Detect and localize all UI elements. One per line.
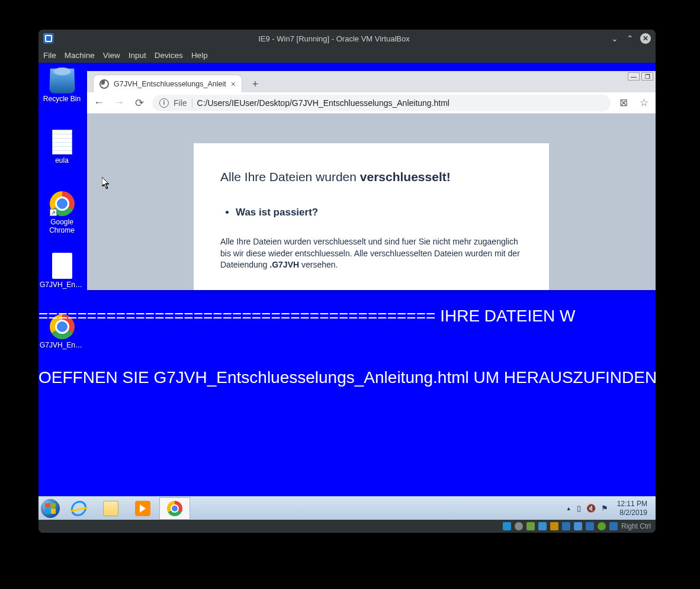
action-center-icon[interactable]: ⚑: [601, 504, 608, 513]
menu-machine[interactable]: Machine: [65, 51, 95, 60]
tab-title: G7JVH_Entschluesselungs_Anleit: [114, 80, 226, 88]
recycle-bin-icon: [49, 69, 75, 94]
taskbar-app-ie[interactable]: [63, 497, 94, 520]
address-separator: [192, 98, 192, 108]
desktop-icon-label: G7JVH_Ents…: [40, 281, 84, 289]
address-bar[interactable]: i File C:/Users/IEUser/Desktop/G7JVH_Ent…: [152, 95, 611, 111]
note-question: Was ist passiert?: [236, 207, 522, 218]
chrome-toolbar: ← → ⟳ i File C:/Users/IEUser/Desktop/G7J…: [87, 92, 656, 114]
status-display-icon[interactable]: [562, 522, 570, 530]
bookmark-star-icon[interactable]: ☆: [637, 96, 651, 109]
window-title: IE9 - Win7 [Running] - Oracle VM Virtual…: [59, 34, 609, 43]
desktop-icon-google-chrome[interactable]: ↗Google Chrome: [40, 191, 84, 234]
status-usb-icon[interactable]: [538, 522, 547, 530]
battery-icon[interactable]: ▯: [577, 504, 581, 513]
note-heading: Alle Ihre Dateien wurden verschluesselt!: [220, 170, 522, 184]
minimize-button[interactable]: ⌄: [609, 33, 620, 44]
wmp-icon: [135, 501, 150, 516]
desktop-icon-recycle-bin[interactable]: Recycle Bin: [40, 68, 84, 103]
tab-close-icon[interactable]: ×: [231, 79, 236, 89]
close-button[interactable]: ✕: [640, 33, 651, 44]
file-explorer-icon: [103, 501, 118, 516]
vbox-statusbar: Right Ctrl: [38, 520, 656, 533]
address-url: C:/Users/IEUser/Desktop/G7JVH_Entschlues…: [197, 98, 449, 108]
wallpaper-text-line2: OEFFNEN SIE G7JVH_Entschluesselungs_Anle…: [38, 368, 656, 387]
status-cpu-icon[interactable]: [598, 522, 606, 530]
taskbar: ▲ ▯ 🔇 ⚑ 12:11 PM 8/2/2019: [38, 496, 656, 520]
menubar: File Machine View Input Devices Help: [38, 47, 656, 63]
google-chrome-icon: ↗: [50, 191, 75, 216]
volume-icon[interactable]: 🔇: [586, 504, 596, 513]
status-vrde-icon[interactable]: [586, 522, 594, 530]
back-button[interactable]: ←: [92, 96, 106, 109]
titlebar[interactable]: IE9 - Win7 [Running] - Oracle VM Virtual…: [38, 30, 656, 47]
desktop-icon-g7jvh-file[interactable]: G7JVH_Ents…: [40, 253, 84, 289]
wallpaper-text-line1: ========================================…: [38, 307, 656, 326]
site-info-icon[interactable]: i: [159, 98, 169, 108]
taskbar-app-chrome[interactable]: [159, 497, 190, 520]
desktop-icon-label: Recycle Bin: [40, 95, 84, 103]
forward-button[interactable]: →: [112, 96, 126, 109]
ransom-note-card: Alle Ihre Dateien wurden verschluesselt!…: [194, 143, 549, 290]
note-paragraph: Alle Ihre Dateien wurden verschluesselt …: [220, 236, 522, 271]
chrome-tabstrip: G7JVH_Entschluesselungs_Anleit × + — ❐: [87, 71, 656, 92]
page-content: Alle Ihre Dateien wurden verschluesselt!…: [87, 114, 656, 290]
desktop-icon-label: G7JVH_Ents…: [40, 341, 84, 349]
menu-help[interactable]: Help: [191, 51, 208, 60]
desktop-icon-label: Google Chrome: [40, 218, 84, 234]
taskbar-clock[interactable]: 12:11 PM 8/2/2019: [614, 500, 651, 517]
chrome-icon: [167, 501, 182, 516]
guest-desktop[interactable]: Recycle Bineula↗Google ChromeG7JVH_Ents……: [38, 63, 656, 520]
address-scheme: File: [174, 98, 187, 108]
tray-overflow-icon[interactable]: ▲: [566, 506, 571, 511]
virtualbox-window: IE9 - Win7 [Running] - Oracle VM Virtual…: [38, 30, 656, 533]
system-tray: ▲ ▯ 🔇 ⚑ 12:11 PM 8/2/2019: [561, 497, 656, 520]
status-harddisk-icon[interactable]: [503, 522, 511, 530]
status-optical-icon[interactable]: [515, 522, 523, 530]
status-shared-folders-icon[interactable]: [550, 522, 558, 530]
g7jvh-file-icon: [52, 253, 72, 279]
chrome-window: G7JVH_Entschluesselungs_Anleit × + — ❐ ←…: [87, 71, 656, 290]
vbox-app-icon: [43, 33, 54, 44]
menu-file[interactable]: File: [43, 51, 56, 60]
desktop-icon-label: eula: [40, 156, 84, 165]
eula-icon: [52, 130, 72, 155]
menu-view[interactable]: View: [103, 51, 120, 60]
status-network-icon[interactable]: [526, 522, 535, 530]
new-tab-button[interactable]: +: [247, 76, 264, 92]
desktop-icon-eula[interactable]: eula: [40, 130, 84, 165]
reload-button[interactable]: ⟳: [132, 96, 146, 110]
inner-minimize-button[interactable]: —: [628, 72, 640, 81]
translate-icon[interactable]: ⊠: [616, 96, 631, 109]
taskbar-app-wmp[interactable]: [127, 497, 158, 520]
menu-input[interactable]: Input: [129, 51, 146, 60]
status-mouse-icon[interactable]: [609, 522, 618, 530]
browser-tab[interactable]: G7JVH_Entschluesselungs_Anleit ×: [93, 75, 242, 92]
host-key-indicator: Right Ctrl: [621, 522, 651, 530]
status-recording-icon[interactable]: [574, 522, 582, 530]
inner-restore-button[interactable]: ❐: [641, 72, 653, 81]
taskbar-app-file-explorer[interactable]: [95, 497, 126, 520]
shortcut-overlay-icon: ↗: [50, 209, 57, 216]
ie-icon: [70, 501, 88, 516]
globe-icon: [99, 79, 109, 89]
start-button[interactable]: [38, 497, 62, 520]
maximize-button[interactable]: ⌃: [625, 33, 635, 44]
menu-devices[interactable]: Devices: [155, 51, 183, 60]
